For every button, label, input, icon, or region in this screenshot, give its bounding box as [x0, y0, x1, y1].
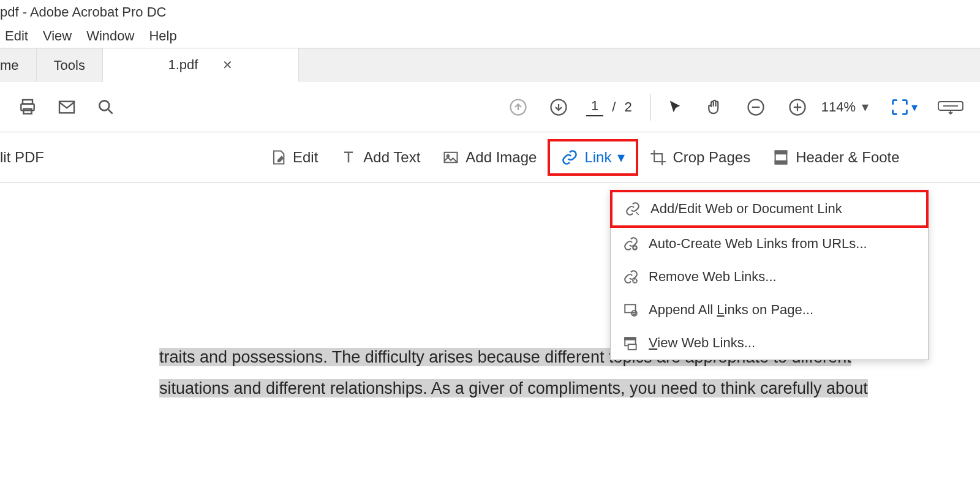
link-dropdown-menu: Add/Edit Web or Document Link Auto-Creat… [610, 190, 929, 360]
tab-close-icon[interactable]: ✕ [222, 58, 233, 72]
menubar: Edit View Window Help [0, 24, 980, 48]
crop-icon [649, 149, 666, 166]
text-icon [340, 149, 357, 166]
toolbar-separator [650, 94, 651, 121]
svg-point-4 [99, 100, 109, 110]
svg-line-5 [108, 110, 113, 114]
zoom-out-button[interactable] [739, 91, 772, 124]
fit-width-button[interactable]: ▾ [887, 91, 920, 124]
edit-button[interactable]: Edit [258, 143, 329, 172]
link-dropdown-button[interactable]: Link ▾ [548, 139, 638, 176]
page-sep: / [612, 99, 616, 115]
zoom-in-button[interactable] [781, 91, 814, 124]
view-links-icon [623, 335, 639, 351]
link-icon [561, 149, 578, 166]
tab-home[interactable]: me [0, 48, 37, 82]
svg-rect-22 [625, 304, 635, 312]
zoom-dropdown-icon[interactable]: ▾ [862, 99, 869, 115]
main-toolbar: 1 / 2 114% ▾ ▾ [0, 82, 980, 132]
page-up-button[interactable] [502, 91, 535, 124]
tab-tools[interactable]: Tools [37, 48, 103, 82]
menu-remove-label: Remove Web Links... [649, 269, 777, 285]
link-edit-icon [625, 201, 641, 217]
svg-rect-2 [23, 108, 31, 113]
document-line-2: situations and different relationships. … [159, 379, 868, 397]
page-down-button[interactable] [542, 91, 575, 124]
menu-append-links[interactable]: Append All Links on Page... [611, 293, 928, 326]
scroll-mode-button[interactable] [932, 91, 969, 124]
header-footer-button[interactable]: Header & Foote [761, 143, 910, 172]
select-tool-button[interactable] [658, 91, 692, 124]
svg-rect-18 [775, 151, 787, 154]
window-titlebar: pdf - Adobe Acrobat Pro DC [0, 0, 980, 24]
header-footer-icon [772, 149, 790, 166]
menu-edit[interactable]: Edit [5, 28, 28, 44]
header-footer-label: Header & Foote [796, 149, 899, 166]
menu-view[interactable]: View [43, 28, 72, 44]
crop-pages-button[interactable]: Crop Pages [638, 143, 761, 172]
link-label: Link [584, 149, 611, 166]
tabbar: me Tools 1.pdf ✕ [0, 48, 980, 82]
window-title: pdf - Adobe Acrobat Pro DC [0, 4, 167, 20]
link-remove-icon [623, 269, 639, 285]
tab-home-label: me [0, 58, 19, 73]
link-auto-icon [623, 236, 639, 252]
link-caret-icon: ▾ [617, 149, 625, 166]
email-button[interactable] [50, 91, 83, 124]
menu-auto-create-label: Auto-Create Web Links from URLs... [649, 236, 867, 252]
page-total: 2 [624, 99, 631, 115]
menu-add-edit-link[interactable]: Add/Edit Web or Document Link [610, 190, 929, 228]
panel-title: lit PDF [0, 149, 44, 166]
page-nav: 1 / 2 [586, 98, 632, 116]
svg-rect-25 [625, 337, 635, 339]
menu-window[interactable]: Window [86, 28, 134, 44]
tab-document-label: 1.pdf [168, 57, 198, 73]
zoom-value[interactable]: 114% [821, 99, 856, 115]
hand-tool-button[interactable] [698, 91, 731, 124]
print-button[interactable] [11, 91, 44, 124]
menu-view-links[interactable]: View Web Links... [611, 326, 928, 360]
edit-label: Edit [293, 149, 318, 166]
crop-label: Crop Pages [673, 149, 750, 166]
tab-document[interactable]: 1.pdf ✕ [103, 48, 299, 82]
menu-auto-create[interactable]: Auto-Create Web Links from URLs... [611, 227, 928, 260]
edit-pdf-toolbar: lit PDF Edit Add Text Add Image Link ▾ C… [0, 132, 980, 183]
image-icon [442, 149, 459, 166]
append-icon [623, 302, 639, 318]
add-image-label: Add Image [466, 149, 537, 166]
menu-remove-links[interactable]: Remove Web Links... [611, 260, 928, 293]
page-current-input[interactable]: 1 [586, 98, 603, 116]
add-text-label: Add Text [363, 149, 420, 166]
add-image-button[interactable]: Add Image [431, 143, 548, 172]
menu-add-edit-label: Add/Edit Web or Document Link [650, 201, 842, 217]
add-text-button[interactable]: Add Text [329, 143, 431, 172]
svg-rect-26 [628, 344, 636, 350]
edit-icon [270, 149, 287, 166]
menu-help[interactable]: Help [149, 28, 176, 44]
tab-tools-label: Tools [54, 58, 85, 73]
search-button[interactable] [89, 91, 123, 124]
svg-rect-19 [775, 160, 787, 164]
